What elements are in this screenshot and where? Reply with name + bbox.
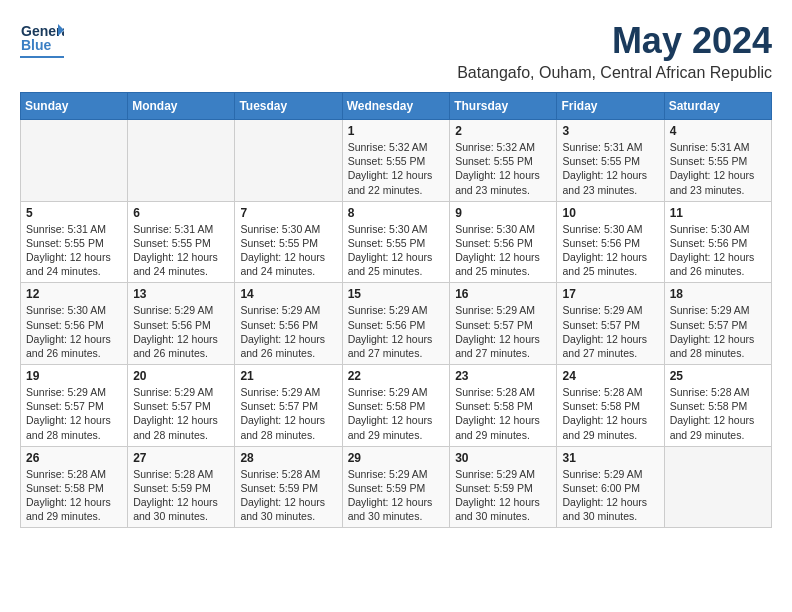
day-info: Sunrise: 5:32 AMSunset: 5:55 PMDaylight:… [455,140,551,197]
calendar-cell: 15Sunrise: 5:29 AMSunset: 5:56 PMDayligh… [342,283,450,365]
calendar-cell: 16Sunrise: 5:29 AMSunset: 5:57 PMDayligh… [450,283,557,365]
week-row-2: 5Sunrise: 5:31 AMSunset: 5:55 PMDaylight… [21,201,772,283]
day-number: 24 [562,369,658,383]
day-info: Sunrise: 5:32 AMSunset: 5:55 PMDaylight:… [348,140,445,197]
calendar-cell: 10Sunrise: 5:30 AMSunset: 5:56 PMDayligh… [557,201,664,283]
col-monday: Monday [128,93,235,120]
day-number: 21 [240,369,336,383]
calendar-cell: 25Sunrise: 5:28 AMSunset: 5:58 PMDayligh… [664,365,771,447]
day-info: Sunrise: 5:29 AMSunset: 5:57 PMDaylight:… [240,385,336,442]
calendar-cell: 20Sunrise: 5:29 AMSunset: 5:57 PMDayligh… [128,365,235,447]
day-number: 18 [670,287,766,301]
calendar-cell [21,120,128,202]
day-number: 26 [26,451,122,465]
calendar-cell: 14Sunrise: 5:29 AMSunset: 5:56 PMDayligh… [235,283,342,365]
col-tuesday: Tuesday [235,93,342,120]
col-sunday: Sunday [21,93,128,120]
calendar-cell: 19Sunrise: 5:29 AMSunset: 5:57 PMDayligh… [21,365,128,447]
calendar-cell: 3Sunrise: 5:31 AMSunset: 5:55 PMDaylight… [557,120,664,202]
calendar-cell: 12Sunrise: 5:30 AMSunset: 5:56 PMDayligh… [21,283,128,365]
day-number: 23 [455,369,551,383]
calendar-cell: 17Sunrise: 5:29 AMSunset: 5:57 PMDayligh… [557,283,664,365]
calendar-cell: 4Sunrise: 5:31 AMSunset: 5:55 PMDaylight… [664,120,771,202]
day-info: Sunrise: 5:28 AMSunset: 5:58 PMDaylight:… [455,385,551,442]
day-number: 29 [348,451,445,465]
week-row-4: 19Sunrise: 5:29 AMSunset: 5:57 PMDayligh… [21,365,772,447]
day-info: Sunrise: 5:28 AMSunset: 5:59 PMDaylight:… [133,467,229,524]
calendar-cell: 11Sunrise: 5:30 AMSunset: 5:56 PMDayligh… [664,201,771,283]
day-info: Sunrise: 5:31 AMSunset: 5:55 PMDaylight:… [26,222,122,279]
day-number: 28 [240,451,336,465]
day-number: 14 [240,287,336,301]
calendar-cell: 2Sunrise: 5:32 AMSunset: 5:55 PMDaylight… [450,120,557,202]
calendar-cell: 27Sunrise: 5:28 AMSunset: 5:59 PMDayligh… [128,446,235,528]
day-number: 8 [348,206,445,220]
col-friday: Friday [557,93,664,120]
day-number: 6 [133,206,229,220]
day-number: 2 [455,124,551,138]
month-year-title: May 2024 [457,20,772,62]
week-row-3: 12Sunrise: 5:30 AMSunset: 5:56 PMDayligh… [21,283,772,365]
day-info: Sunrise: 5:29 AMSunset: 5:57 PMDaylight:… [26,385,122,442]
day-info: Sunrise: 5:29 AMSunset: 6:00 PMDaylight:… [562,467,658,524]
day-info: Sunrise: 5:28 AMSunset: 5:58 PMDaylight:… [562,385,658,442]
day-number: 12 [26,287,122,301]
col-wednesday: Wednesday [342,93,450,120]
day-number: 19 [26,369,122,383]
calendar-cell: 8Sunrise: 5:30 AMSunset: 5:55 PMDaylight… [342,201,450,283]
calendar-cell: 23Sunrise: 5:28 AMSunset: 5:58 PMDayligh… [450,365,557,447]
day-info: Sunrise: 5:30 AMSunset: 5:55 PMDaylight:… [348,222,445,279]
logo: General Blue [20,20,64,58]
calendar-cell: 21Sunrise: 5:29 AMSunset: 5:57 PMDayligh… [235,365,342,447]
calendar-cell: 5Sunrise: 5:31 AMSunset: 5:55 PMDaylight… [21,201,128,283]
day-info: Sunrise: 5:30 AMSunset: 5:56 PMDaylight:… [26,303,122,360]
calendar-cell: 28Sunrise: 5:28 AMSunset: 5:59 PMDayligh… [235,446,342,528]
calendar-cell: 7Sunrise: 5:30 AMSunset: 5:55 PMDaylight… [235,201,342,283]
calendar-cell: 31Sunrise: 5:29 AMSunset: 6:00 PMDayligh… [557,446,664,528]
day-number: 31 [562,451,658,465]
calendar-cell: 22Sunrise: 5:29 AMSunset: 5:58 PMDayligh… [342,365,450,447]
day-number: 7 [240,206,336,220]
day-info: Sunrise: 5:29 AMSunset: 5:56 PMDaylight:… [133,303,229,360]
day-info: Sunrise: 5:29 AMSunset: 5:57 PMDaylight:… [562,303,658,360]
day-number: 16 [455,287,551,301]
col-saturday: Saturday [664,93,771,120]
calendar-cell: 6Sunrise: 5:31 AMSunset: 5:55 PMDaylight… [128,201,235,283]
day-number: 10 [562,206,658,220]
day-info: Sunrise: 5:28 AMSunset: 5:58 PMDaylight:… [670,385,766,442]
calendar-cell [664,446,771,528]
calendar-cell [128,120,235,202]
day-number: 1 [348,124,445,138]
day-info: Sunrise: 5:30 AMSunset: 5:56 PMDaylight:… [670,222,766,279]
calendar-cell: 9Sunrise: 5:30 AMSunset: 5:56 PMDaylight… [450,201,557,283]
day-info: Sunrise: 5:30 AMSunset: 5:55 PMDaylight:… [240,222,336,279]
day-info: Sunrise: 5:29 AMSunset: 5:58 PMDaylight:… [348,385,445,442]
day-info: Sunrise: 5:30 AMSunset: 5:56 PMDaylight:… [455,222,551,279]
calendar-cell: 26Sunrise: 5:28 AMSunset: 5:58 PMDayligh… [21,446,128,528]
svg-text:Blue: Blue [21,37,52,53]
day-number: 5 [26,206,122,220]
day-info: Sunrise: 5:30 AMSunset: 5:56 PMDaylight:… [562,222,658,279]
week-row-1: 1Sunrise: 5:32 AMSunset: 5:55 PMDaylight… [21,120,772,202]
day-info: Sunrise: 5:28 AMSunset: 5:59 PMDaylight:… [240,467,336,524]
calendar-cell: 24Sunrise: 5:28 AMSunset: 5:58 PMDayligh… [557,365,664,447]
calendar-cell: 30Sunrise: 5:29 AMSunset: 5:59 PMDayligh… [450,446,557,528]
day-number: 13 [133,287,229,301]
day-number: 3 [562,124,658,138]
day-info: Sunrise: 5:31 AMSunset: 5:55 PMDaylight:… [562,140,658,197]
calendar-cell: 1Sunrise: 5:32 AMSunset: 5:55 PMDaylight… [342,120,450,202]
calendar-cell: 18Sunrise: 5:29 AMSunset: 5:57 PMDayligh… [664,283,771,365]
day-info: Sunrise: 5:29 AMSunset: 5:59 PMDaylight:… [455,467,551,524]
day-info: Sunrise: 5:29 AMSunset: 5:56 PMDaylight:… [348,303,445,360]
day-info: Sunrise: 5:29 AMSunset: 5:59 PMDaylight:… [348,467,445,524]
calendar-cell [235,120,342,202]
calendar-cell: 29Sunrise: 5:29 AMSunset: 5:59 PMDayligh… [342,446,450,528]
day-info: Sunrise: 5:31 AMSunset: 5:55 PMDaylight:… [133,222,229,279]
page-header: General Blue May 2024 Batangafo, Ouham, … [20,20,772,82]
day-number: 30 [455,451,551,465]
calendar-table: Sunday Monday Tuesday Wednesday Thursday… [20,92,772,528]
logo-icon: General Blue [20,20,64,54]
day-info: Sunrise: 5:29 AMSunset: 5:56 PMDaylight:… [240,303,336,360]
day-info: Sunrise: 5:29 AMSunset: 5:57 PMDaylight:… [455,303,551,360]
day-number: 22 [348,369,445,383]
